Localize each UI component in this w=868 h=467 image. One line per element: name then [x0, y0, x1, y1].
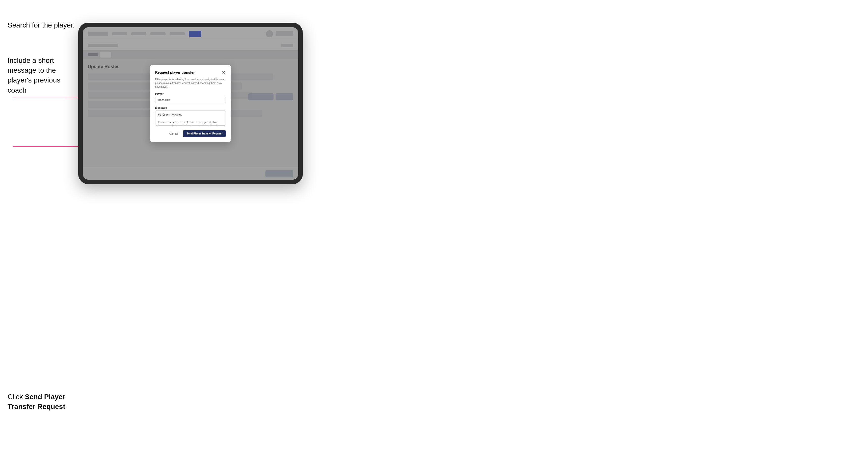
player-field-label: Player	[155, 92, 226, 95]
tablet-frame: Update Roster Request player transfer ✕ …	[78, 23, 303, 184]
click-annotation: Click Send Player Transfer Request	[7, 392, 76, 411]
request-transfer-modal: Request player transfer ✕ If the player …	[150, 65, 231, 142]
message-annotation: Include a short message to the player's …	[7, 56, 76, 95]
modal-title: Request player transfer	[155, 70, 194, 74]
player-input[interactable]	[155, 97, 226, 103]
cancel-button[interactable]: Cancel	[167, 131, 180, 137]
modal-overlay: Request player transfer ✕ If the player …	[83, 27, 298, 180]
modal-header: Request player transfer ✕	[155, 70, 226, 75]
message-textarea[interactable]: Hi Coach McHarg, Please accept this tran…	[155, 111, 226, 126]
modal-close-button[interactable]: ✕	[221, 70, 226, 75]
message-field-label: Message	[155, 106, 226, 109]
send-transfer-request-button[interactable]: Send Player Transfer Request	[183, 130, 226, 137]
modal-description: If the player is transferring from anoth…	[155, 77, 226, 89]
search-annotation: Search for the player.	[7, 20, 76, 30]
tablet-screen: Update Roster Request player transfer ✕ …	[83, 27, 298, 180]
modal-footer: Cancel Send Player Transfer Request	[155, 130, 226, 137]
